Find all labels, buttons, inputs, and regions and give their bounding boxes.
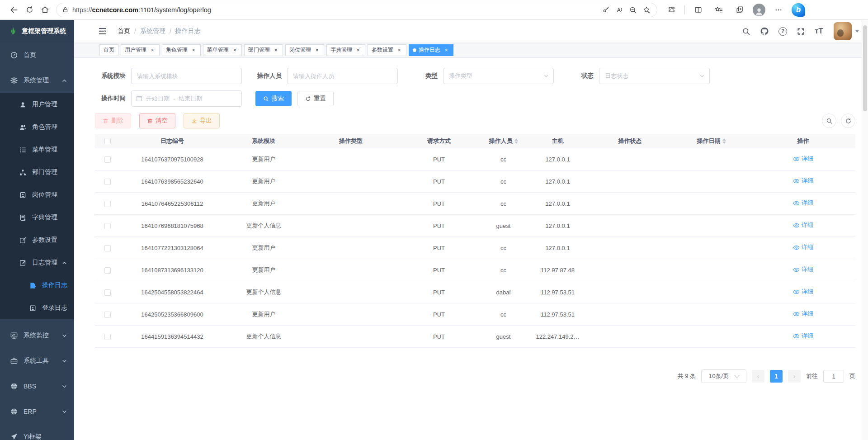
read-aloud-icon[interactable] [613,3,626,17]
sidebar-item-home[interactable]: 首页 [0,43,74,68]
github-icon[interactable] [760,27,769,36]
current-page-button[interactable]: 1 [770,370,783,383]
browser-settings-dots-icon[interactable] [771,2,786,18]
header-search-icon[interactable] [742,27,750,36]
sidebar-item-user-management[interactable]: 用户管理 [0,93,74,116]
row-checkbox[interactable] [104,223,111,229]
address-bar[interactable]: https://ccnetcore.com:1101/system/log/op… [56,3,657,17]
browser-profile-avatar[interactable] [753,4,765,16]
tab[interactable]: 操作日志 × [409,44,453,56]
fullscreen-icon[interactable] [797,27,805,36]
detail-link[interactable]: 详细 [793,199,813,207]
table-refresh-button[interactable] [841,114,855,128]
tab-close-icon[interactable]: × [443,47,449,53]
tab[interactable]: 角色管理 × [162,44,201,56]
module-filter-input[interactable] [131,68,242,84]
operator-filter-input[interactable] [287,68,398,84]
sidebar-item-yi-framework[interactable]: Yi框架 [0,424,74,440]
status-filter-select[interactable]: 日志状态 [599,68,710,84]
sidebar-item-department-management[interactable]: 部门管理 [0,161,74,184]
favorites-star-list-icon[interactable] [711,2,726,18]
detail-link[interactable]: 详细 [793,288,813,296]
sidebar-item-menu-management[interactable]: 菜单管理 [0,138,74,161]
tab-close-icon[interactable]: × [231,47,238,53]
select-all-checkbox[interactable] [104,138,111,144]
sidebar-item-system-tools[interactable]: 系统工具 [0,348,74,374]
tab[interactable]: 菜单管理 × [203,44,242,56]
add-favorite-star-icon[interactable] [640,3,653,17]
export-button[interactable]: 导出 [184,113,220,128]
page-scrollbar[interactable] [862,20,868,440]
tab-close-icon[interactable]: × [396,47,402,53]
row-checkbox[interactable] [104,334,111,340]
tab-close-icon[interactable]: × [314,47,320,53]
detail-link[interactable]: 详细 [793,243,813,251]
extensions-puzzle-icon[interactable] [664,2,679,18]
tab[interactable]: 字典管理 × [326,44,365,56]
sidebar-item-operation-log[interactable]: 操作日志 [0,274,74,297]
col-operator-sortable[interactable]: 操作人员 [480,137,527,145]
tab[interactable]: 参数设置 × [368,44,406,56]
detail-link[interactable]: 详细 [793,177,813,185]
site-info-lock-icon[interactable] [62,6,69,13]
detail-link[interactable]: 详细 [793,332,813,340]
user-menu[interactable] [834,22,859,40]
table-search-toggle-button[interactable] [822,114,836,128]
copilot-bing-icon[interactable]: b [792,3,805,17]
help-question-icon[interactable]: ? [778,27,787,36]
breadcrumb-home[interactable]: 首页 [118,27,130,35]
detail-link[interactable]: 详细 [793,221,813,229]
scrollbar-thumb[interactable] [863,25,867,111]
split-screen-icon[interactable] [690,2,706,18]
search-button[interactable]: 搜索 [255,91,292,106]
row-checkbox[interactable] [104,267,111,274]
sidebar-item-log-management[interactable]: 日志管理 [0,251,74,274]
tab[interactable]: 用户管理 × [121,44,160,56]
row-checkbox[interactable] [104,289,111,296]
delete-button[interactable]: 删除 [95,113,131,128]
date-range-picker[interactable]: 开始日期 - 结束日期 [131,90,242,107]
browser-back-button[interactable] [6,2,22,18]
detail-link[interactable]: 详细 [793,155,813,163]
password-key-icon[interactable] [599,3,613,17]
sidebar-item-parameter-settings[interactable]: 参数设置 [0,229,74,251]
row-checkbox[interactable] [104,201,111,207]
prev-page-button[interactable]: ‹ [752,370,764,383]
sidebar-fold-icon[interactable] [99,28,107,35]
zoom-out-icon[interactable] [626,3,640,17]
row-checkbox[interactable] [104,179,111,185]
tab-close-icon[interactable]: × [149,47,156,53]
user-avatar[interactable] [834,22,852,40]
reset-button[interactable]: 重置 [297,91,334,106]
next-page-button[interactable]: › [788,370,801,383]
sort-carets-icon[interactable] [514,138,518,144]
collections-icon[interactable] [732,2,747,18]
sidebar-item-erp[interactable]: ERP [0,399,74,424]
row-checkbox[interactable] [104,312,111,318]
detail-link[interactable]: 详细 [793,310,813,318]
row-checkbox[interactable] [104,156,111,163]
sidebar-item-role-management[interactable]: 角色管理 [0,116,74,138]
tab-close-icon[interactable]: × [355,47,361,53]
tab-close-icon[interactable]: × [273,47,279,53]
sidebar-item-login-log[interactable]: 登录日志 [0,297,74,319]
text-size-icon[interactable]: тT [815,27,823,36]
sidebar-item-bbs[interactable]: BBS [0,374,74,399]
tab[interactable]: 岗位管理 × [285,44,324,56]
tab[interactable]: 部门管理 × [244,44,283,56]
goto-page-input[interactable] [823,370,844,383]
page-size-select[interactable]: 10条/页 [701,369,746,383]
tab-close-icon[interactable]: × [190,47,197,53]
browser-home-button[interactable] [37,2,52,18]
url-text[interactable]: https://ccnetcore.com:1101/system/log/op… [72,6,599,14]
sidebar-item-dict-management[interactable]: 字典管理 [0,206,74,229]
detail-link[interactable]: 详细 [793,265,813,274]
browser-refresh-button[interactable] [22,2,37,18]
tab[interactable]: 首页 [99,44,118,56]
type-filter-select[interactable]: 操作类型 [443,68,554,84]
row-checkbox[interactable] [104,245,111,251]
sidebar-item-system-monitor[interactable]: 系统监控 [0,323,74,348]
sort-carets-icon[interactable] [722,138,726,144]
col-date-sortable[interactable]: 操作日期 [672,137,751,145]
clear-button[interactable]: 清空 [139,113,175,128]
